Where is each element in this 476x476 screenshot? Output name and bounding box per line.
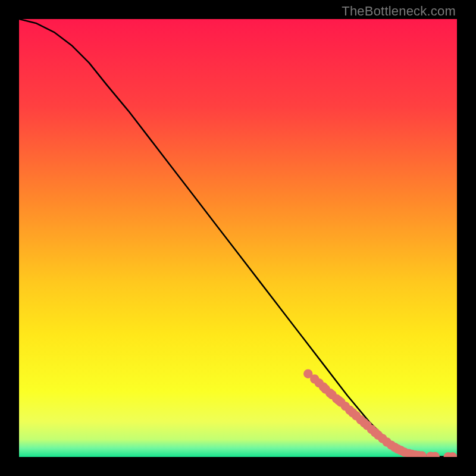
highlight-dots (303, 369, 457, 457)
plot-area (19, 19, 457, 457)
chart-frame: TheBottleneck.com (0, 0, 476, 476)
watermark-text: TheBottleneck.com (342, 4, 456, 19)
curve-layer (19, 19, 457, 457)
bottleneck-curve (19, 19, 457, 457)
